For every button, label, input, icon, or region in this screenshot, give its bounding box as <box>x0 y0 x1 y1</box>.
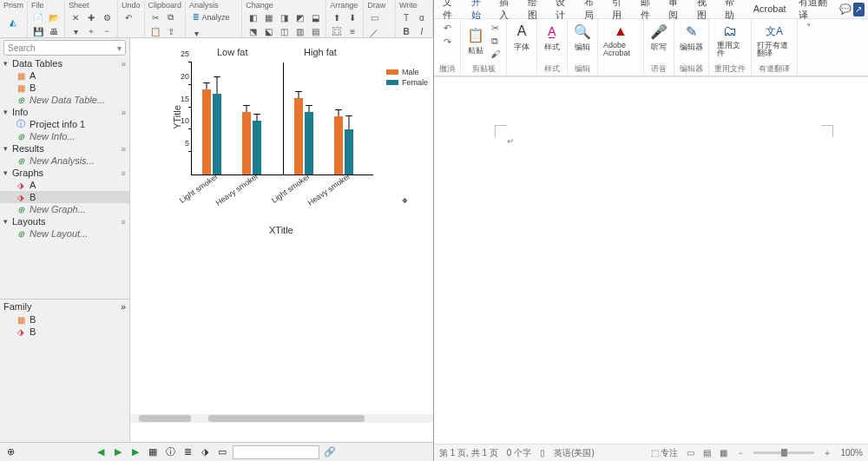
arr-front-icon[interactable]: ⬆ <box>330 10 344 24</box>
sidebar-new-data-table[interactable]: ⊕New Data Table... <box>0 94 129 106</box>
sheet-gear-icon[interactable]: ⚙ <box>100 10 114 24</box>
sidebar-new-layout[interactable]: ⊕New Layout... <box>0 227 129 240</box>
edit-button[interactable]: 🔍编辑 <box>573 22 592 53</box>
paste-icon[interactable]: 📋 <box>148 24 162 38</box>
draw-rect-icon[interactable]: ▭ <box>367 10 381 24</box>
sidebar-item-graph-a[interactable]: ⬗A <box>0 179 129 191</box>
ch-4-icon[interactable]: ◩ <box>293 10 306 24</box>
section-family[interactable]: Family» <box>0 299 129 313</box>
status-book-icon[interactable]: ▯ <box>540 448 545 458</box>
search-input[interactable]: Search▾ <box>3 40 126 56</box>
search-dropdown-icon[interactable]: ▾ <box>117 43 122 53</box>
status-weblayout-icon[interactable]: ▦ <box>720 448 727 458</box>
undo-icon[interactable]: ↶ <box>122 10 135 24</box>
status-words[interactable]: 0 个字 <box>507 447 531 459</box>
share-icon[interactable]: ↗ <box>853 3 865 16</box>
ch-6-icon[interactable]: ⬔ <box>246 24 260 38</box>
ch-3-icon[interactable]: ◨ <box>277 10 291 24</box>
status-readmode-icon[interactable]: ▭ <box>687 448 694 458</box>
prism-horizontal-scrollbar[interactable] <box>130 414 433 423</box>
sidebar-item-data-b[interactable]: ▦B <box>0 82 129 94</box>
zoom-slider[interactable] <box>753 451 814 454</box>
status-zoom[interactable]: 100% <box>840 448 863 458</box>
editor-button[interactable]: ✎编辑器 <box>680 22 703 53</box>
section-graphs[interactable]: ▾Graphs» <box>0 167 129 179</box>
zoom-in-icon[interactable]: ＋ <box>823 447 832 459</box>
ch-9-icon[interactable]: ▥ <box>293 24 306 38</box>
text-icon[interactable]: T <box>399 10 413 24</box>
status-lang[interactable]: 英语(美国) <box>554 447 595 459</box>
comments-icon[interactable]: 💬 <box>839 3 852 16</box>
sidebar-item-graph-b[interactable]: ⬗B <box>0 191 129 203</box>
open-file-icon[interactable]: 📂 <box>47 10 61 24</box>
sheet-minus-icon[interactable]: － <box>100 24 114 38</box>
sidebar-new-graph[interactable]: ⊕New Graph... <box>0 203 129 215</box>
section-results[interactable]: ▾Results» <box>0 142 129 155</box>
cut-word-icon[interactable]: ✂ <box>489 22 501 34</box>
bold-icon[interactable]: B <box>399 24 413 38</box>
section-layouts[interactable]: ▾Layouts» <box>0 215 129 227</box>
copy-word-icon[interactable]: ⧉ <box>489 35 501 47</box>
arr-back-icon[interactable]: ⬇ <box>345 10 359 24</box>
sheet-down-icon[interactable]: ▾ <box>69 24 82 38</box>
sb-graph-icon[interactable]: ⬗ <box>198 445 212 459</box>
ch-7-icon[interactable]: ⬕ <box>261 24 275 38</box>
save-icon[interactable]: 💾 <box>31 24 45 38</box>
sb-next-icon[interactable]: ▶ <box>111 445 125 459</box>
paste-button[interactable]: 📋粘贴 <box>466 25 485 56</box>
dictate-button[interactable]: 🎤听写 <box>649 22 668 53</box>
prism-logo-icon[interactable]: ◭ <box>3 10 23 33</box>
acrobat-button[interactable]: ▲Adobe Acrobat <box>603 22 638 57</box>
print-icon[interactable]: 🖶 <box>47 24 61 38</box>
sheet-plus-icon[interactable]: ＋ <box>84 24 98 38</box>
sidebar-item-data-a[interactable]: ▦A <box>0 69 129 82</box>
sb-sheet-input[interactable] <box>233 445 319 459</box>
symbol-icon[interactable]: α <box>415 10 429 24</box>
family-item-1[interactable]: ▦B <box>0 313 129 326</box>
ch-1-icon[interactable]: ◧ <box>246 10 260 24</box>
ribbon-collapse-icon[interactable]: ˅ <box>803 22 815 34</box>
section-info[interactable]: ▾Info» <box>0 106 129 118</box>
ch-10-icon[interactable]: ▤ <box>308 24 322 38</box>
font-button[interactable]: A字体 <box>512 22 531 53</box>
sb-prev-icon[interactable]: ◀ <box>94 445 108 459</box>
ch-2-icon[interactable]: ▦ <box>261 10 275 24</box>
analyze-icon[interactable]: ≣ Analyze <box>189 10 233 24</box>
reuse-files-button[interactable]: 🗂重用文件 <box>717 22 743 57</box>
arr-group-icon[interactable]: ⿴ <box>330 24 344 38</box>
sheet-new-icon[interactable]: ✚ <box>84 10 98 24</box>
sheet-x-icon[interactable]: ✕ <box>69 10 82 24</box>
new-file-icon[interactable]: 📄 <box>31 10 45 24</box>
section-data-tables[interactable]: ▾Data Tables» <box>0 57 129 69</box>
format-painter-icon[interactable]: 🖌 <box>489 48 501 60</box>
sb-layout-icon[interactable]: ▭ <box>215 445 229 459</box>
family-item-2[interactable]: ⬗B <box>0 326 129 338</box>
export-icon[interactable]: ⇪ <box>164 24 178 38</box>
sb-link-icon[interactable]: 🔗 <box>323 445 337 459</box>
ch-8-icon[interactable]: ◫ <box>277 24 291 38</box>
status-focus[interactable]: ⬚ 专注 <box>651 447 679 459</box>
redo-word-icon[interactable]: ↷ <box>441 36 453 48</box>
youdao-button[interactable]: 文A打开有道翻译 <box>757 22 792 57</box>
ch-5-icon[interactable]: ⬓ <box>308 10 322 24</box>
zoom-out-icon[interactable]: － <box>736 447 745 459</box>
copy-icon[interactable]: ⧉ <box>164 10 178 24</box>
status-page[interactable]: 第 1 页, 共 1 页 <box>439 447 498 459</box>
sb-play-icon[interactable]: ▶ <box>128 445 142 459</box>
tab-acrobat[interactable]: Acrobat <box>748 2 792 17</box>
sb-info-icon[interactable]: ⓘ <box>163 445 177 459</box>
italic-icon[interactable]: I <box>415 24 429 38</box>
cut-icon[interactable]: ✂ <box>148 10 162 24</box>
menu-label-draw: Draw <box>367 1 385 10</box>
sidebar-item-info-1[interactable]: ⓘProject info 1 <box>0 118 129 130</box>
status-printlayout-icon[interactable]: ▤ <box>703 448 711 458</box>
sb-add-icon[interactable]: ⊕ <box>3 445 17 459</box>
arr-align-icon[interactable]: ≡ <box>345 24 359 38</box>
sb-grid-icon[interactable]: ▦ <box>146 445 160 459</box>
undo-word-icon[interactable]: ↶ <box>441 22 453 34</box>
styles-button[interactable]: A̲样式 <box>542 22 562 53</box>
sb-stats-icon[interactable]: ≣ <box>181 445 194 459</box>
sidebar-new-info[interactable]: ⊕New Info... <box>0 130 129 142</box>
word-document-area[interactable]: ↵ <box>434 76 868 444</box>
sidebar-new-analysis[interactable]: ⊕New Analysis... <box>0 155 129 167</box>
